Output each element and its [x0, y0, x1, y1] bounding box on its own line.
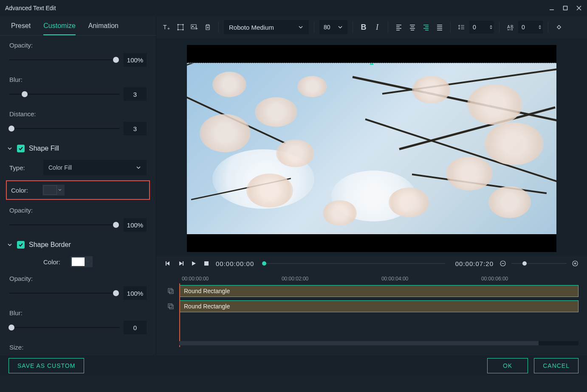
char-spacing-icon[interactable]: AB — [505, 22, 516, 33]
char-spacing-input[interactable]: 0 — [518, 21, 543, 34]
selection-handle[interactable] — [370, 63, 373, 65]
minimize-icon[interactable] — [549, 5, 555, 11]
distance-value[interactable]: 3 — [124, 122, 147, 135]
delete-icon[interactable] — [202, 22, 213, 33]
shape-fill-header[interactable]: Shape Fill — [7, 145, 147, 152]
video-canvas[interactable] — [187, 45, 556, 252]
svg-rect-50 — [169, 305, 173, 309]
play-icon[interactable] — [178, 260, 184, 267]
svg-marker-38 — [179, 261, 183, 266]
svg-rect-41 — [204, 261, 209, 266]
zoom-in-icon[interactable] — [572, 260, 579, 267]
svg-point-10 — [183, 29, 184, 31]
italic-icon[interactable]: I — [372, 22, 383, 33]
keyframe-icon[interactable] — [553, 22, 564, 33]
clip[interactable]: Round Rectangle — [179, 285, 579, 297]
zoom-thumb[interactable] — [522, 261, 527, 266]
timeline-scrollbar[interactable] — [179, 341, 579, 345]
size-value: 80 — [324, 24, 330, 31]
shape-border-header[interactable]: Shape Border — [7, 241, 147, 249]
sidebar-tabs: Preset Customize Animation — [0, 18, 156, 36]
distance-slider[interactable] — [9, 128, 119, 129]
clip[interactable]: Round Rectangle — [179, 300, 579, 312]
shape-border-blur-value[interactable]: 0 — [124, 321, 147, 334]
shape-border-checkbox[interactable] — [17, 241, 25, 249]
char-spacing-value: 0 — [522, 24, 525, 31]
tab-animation[interactable]: Animation — [88, 22, 119, 35]
blur-slider[interactable] — [9, 94, 119, 95]
spinner-up-icon[interactable] — [539, 25, 541, 27]
svg-point-9 — [178, 29, 179, 31]
align-right-icon[interactable] — [420, 22, 432, 33]
shape-fill-title: Shape Fill — [29, 145, 59, 152]
stop-icon[interactable] — [203, 260, 210, 267]
shape-border-opacity-slider[interactable] — [9, 293, 119, 294]
ruler-label: 00:00:04:00 — [381, 276, 408, 282]
layer-icon[interactable] — [165, 285, 177, 297]
line-spacing-input[interactable]: 0 — [469, 21, 494, 34]
shape-fill-opacity-slider[interactable] — [9, 224, 119, 225]
line-spacing-icon[interactable] — [456, 22, 467, 33]
shape-border-color-picker[interactable] — [71, 256, 93, 267]
scrollbar-thumb[interactable] — [179, 341, 539, 345]
opacity-slider[interactable] — [9, 59, 119, 60]
save-as-custom-button[interactable]: SAVE AS CUSTOM — [8, 358, 84, 373]
shape-fill-color-picker[interactable] — [42, 185, 65, 196]
chevron-down-icon — [337, 24, 343, 30]
type-dropdown[interactable]: Color Fill — [43, 160, 147, 175]
shape-border-blur-slider[interactable] — [9, 327, 119, 328]
type-label: Type: — [9, 164, 35, 171]
footer: SAVE AS CUSTOM OK CANCEL — [0, 356, 587, 376]
layer-icon[interactable] — [165, 300, 177, 312]
shape-fill-color-highlighted: Color: — [6, 180, 150, 200]
svg-rect-6 — [178, 25, 183, 30]
svg-text:+: + — [167, 26, 170, 31]
align-left-icon[interactable] — [393, 22, 404, 33]
current-time: 00:00:00:00 — [216, 260, 254, 267]
add-text-icon[interactable]: T+ — [161, 22, 172, 33]
svg-text:+: + — [195, 26, 198, 31]
close-icon[interactable] — [576, 5, 582, 11]
tab-preset[interactable]: Preset — [11, 22, 31, 35]
bold-icon[interactable]: B — [358, 22, 369, 33]
scrubber-thumb[interactable] — [262, 261, 266, 266]
spinner-down-icon[interactable] — [539, 28, 541, 29]
svg-point-8 — [183, 24, 184, 25]
add-image-icon[interactable]: + — [189, 22, 200, 33]
shape-fill-color-label: Color: — [11, 187, 34, 194]
maximize-icon[interactable] — [562, 5, 568, 11]
shape-fill-checkbox[interactable] — [17, 145, 25, 152]
shape-border-title: Shape Border — [29, 241, 71, 249]
play-simple-icon[interactable] — [190, 260, 197, 267]
ok-button[interactable]: OK — [487, 358, 528, 373]
playhead[interactable] — [179, 283, 180, 347]
transport-bar: 00:00:00:00 00:00:07:20 — [156, 256, 587, 271]
cancel-button[interactable]: CANCEL — [534, 358, 579, 373]
scrubber[interactable] — [264, 263, 445, 264]
time-ruler[interactable]: 00:00:00:00 00:00:02:00 00:00:04:00 00:0… — [179, 271, 579, 283]
zoom-out-icon[interactable] — [500, 260, 506, 267]
duration-time: 00:00:07:20 — [455, 260, 494, 267]
shape-fill-opacity-value[interactable]: 100% — [124, 218, 147, 232]
blur-value[interactable]: 3 — [124, 87, 147, 101]
text-toolbar: T+ + Roboto Medium 80 B I — [156, 16, 587, 38]
prev-frame-icon[interactable] — [165, 260, 172, 267]
zoom-slider[interactable] — [511, 263, 567, 264]
color-swatch — [71, 257, 85, 266]
titlebar: Advanced Text Edit — [0, 0, 587, 16]
font-size-dropdown[interactable]: 80 — [319, 20, 347, 34]
align-justify-icon[interactable] — [434, 22, 445, 33]
svg-text:T: T — [163, 24, 167, 31]
font-value: Roboto Medium — [229, 24, 274, 31]
font-dropdown[interactable]: Roboto Medium — [224, 20, 309, 34]
preview-area — [156, 38, 587, 256]
opacity-value[interactable]: 100% — [124, 53, 147, 67]
transform-icon[interactable] — [175, 22, 186, 33]
shape-border-opacity-value[interactable]: 100% — [124, 286, 147, 300]
clip-label: Round Rectangle — [184, 288, 230, 294]
video-frame-image — [187, 63, 556, 234]
spinner-down-icon[interactable] — [490, 28, 492, 29]
tab-customize[interactable]: Customize — [43, 22, 76, 35]
align-center-icon[interactable] — [407, 22, 418, 33]
spinner-up-icon[interactable] — [490, 25, 492, 27]
